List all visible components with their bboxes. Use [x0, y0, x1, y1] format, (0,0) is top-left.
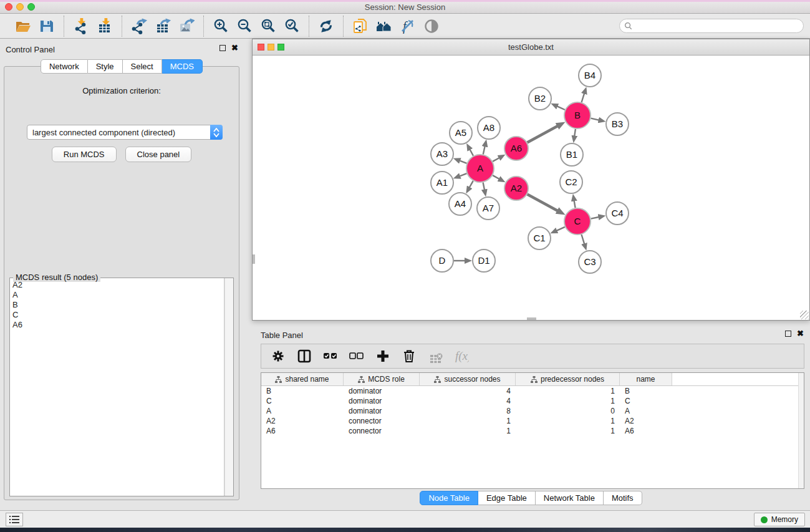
open-session-icon[interactable]	[14, 17, 32, 36]
edge-A-A1[interactable]	[459, 173, 466, 177]
edge-A-A3[interactable]	[459, 160, 466, 163]
export-image-icon[interactable]	[177, 17, 196, 36]
node-C3[interactable]: C3	[579, 251, 601, 273]
node-B3[interactable]: B3	[606, 113, 629, 135]
node-C2[interactable]: C2	[560, 171, 582, 193]
node-A8[interactable]: A8	[478, 117, 500, 139]
tab-mcds[interactable]: MCDS	[162, 59, 203, 74]
node-B[interactable]: B	[564, 102, 591, 128]
criterion-dropdown[interactable]: largest connected component (directed)	[27, 125, 223, 140]
edge-A6-B[interactable]	[528, 126, 559, 143]
tab-edge-table[interactable]: Edge Table	[478, 491, 536, 505]
hide-graphics-details-icon[interactable]: f	[398, 17, 417, 36]
edge-B-B1[interactable]	[574, 129, 576, 137]
tab-select[interactable]: Select	[123, 59, 162, 74]
column-header-MCDS-role[interactable]: MCDS role	[344, 373, 420, 385]
edge-B-B2[interactable]	[556, 106, 565, 110]
edge-A-A5[interactable]	[470, 149, 473, 156]
task-history-button[interactable]	[6, 513, 23, 526]
export-table-icon[interactable]	[153, 17, 172, 36]
table-row[interactable]: A6connector11A6	[261, 426, 804, 436]
column-header-shared-name[interactable]: shared name	[261, 373, 344, 385]
node-C[interactable]: C	[564, 208, 591, 235]
network-close-button[interactable]	[258, 44, 264, 51]
columns-icon[interactable]	[296, 347, 312, 365]
close-table-panel-icon[interactable]: ✖	[797, 331, 804, 337]
node-D1[interactable]: D1	[473, 249, 495, 272]
delete-table-icon[interactable]	[427, 347, 443, 365]
close-panel-button[interactable]: Close panel	[125, 147, 192, 162]
search-input[interactable]	[619, 19, 804, 33]
mcds-result-list[interactable]: A2ABCA6	[10, 278, 224, 496]
edge-C-C1[interactable]	[556, 227, 565, 231]
node-A4[interactable]: A4	[449, 193, 471, 215]
table-row[interactable]: Cdominator41C	[261, 396, 804, 406]
table-row[interactable]: Adominator80A	[261, 406, 804, 416]
node-C4[interactable]: C4	[606, 202, 629, 225]
toggle-visibility-icon[interactable]	[422, 17, 441, 36]
tab-network[interactable]: Network	[41, 59, 88, 74]
network-zoom-button[interactable]	[277, 44, 284, 51]
node-A1[interactable]: A1	[431, 172, 453, 194]
vertical-scrollbar-thumb[interactable]	[253, 254, 255, 264]
edge-B-B4[interactable]	[582, 93, 585, 102]
mcds-result-item[interactable]: B	[12, 300, 224, 310]
node-C1[interactable]: C1	[528, 227, 551, 249]
select-all-checkboxes-icon[interactable]	[322, 347, 339, 365]
table-row[interactable]: A2connector11A2	[261, 416, 804, 426]
edge-A-A6[interactable]	[493, 158, 500, 162]
refresh-layout-icon[interactable]	[317, 17, 335, 36]
home-view-icon[interactable]	[375, 17, 393, 36]
node-D[interactable]: D	[431, 249, 453, 272]
add-column-icon[interactable]	[375, 347, 391, 365]
node-A2[interactable]: A2	[504, 177, 528, 200]
gear-icon[interactable]	[270, 347, 286, 365]
tab-node-table[interactable]: Node Table	[420, 491, 478, 505]
edge-A-A8[interactable]	[483, 145, 485, 154]
zoom-out-icon[interactable]	[235, 17, 254, 36]
edge-A-A4[interactable]	[469, 181, 473, 188]
edge-A-A7[interactable]	[483, 183, 485, 191]
node-B2[interactable]: B2	[529, 87, 551, 110]
result-scrollbar[interactable]	[224, 278, 233, 496]
node-B1[interactable]: B1	[561, 143, 583, 166]
function-builder-icon[interactable]: f(x)	[453, 347, 470, 365]
table-scrollbar[interactable]	[798, 373, 804, 488]
edge-A-A2[interactable]	[493, 175, 500, 179]
duplicate-network-icon[interactable]	[351, 17, 370, 36]
mcds-result-item[interactable]: C	[12, 310, 224, 320]
zoom-in-icon[interactable]	[211, 17, 230, 36]
save-session-icon[interactable]	[37, 17, 56, 36]
edge-A2-C[interactable]	[528, 195, 559, 211]
export-network-icon[interactable]	[130, 17, 148, 36]
run-mcds-button[interactable]: Run MCDS	[52, 147, 117, 162]
column-header-successor-nodes[interactable]: successor nodes	[420, 373, 516, 385]
node-A7[interactable]: A7	[477, 197, 499, 220]
close-panel-icon[interactable]: ✖	[231, 45, 238, 51]
node-B4[interactable]: B4	[579, 64, 601, 87]
import-network-icon[interactable]	[72, 17, 90, 36]
mcds-result-item[interactable]: A6	[12, 320, 224, 330]
node-A[interactable]: A	[466, 155, 494, 182]
mcds-result-item[interactable]: A	[12, 290, 224, 300]
node-A3[interactable]: A3	[431, 143, 453, 165]
node-A6[interactable]: A6	[504, 137, 528, 160]
horizontal-scrollbar-thumb[interactable]	[527, 317, 536, 320]
table-row[interactable]: Bdominator41B	[261, 386, 804, 396]
tab-network-table[interactable]: Network Table	[536, 491, 604, 505]
float-panel-icon[interactable]	[219, 45, 226, 51]
zoom-selected-icon[interactable]	[282, 17, 301, 36]
edge-C-C4[interactable]	[591, 217, 600, 219]
tab-style[interactable]: Style	[88, 59, 123, 74]
import-table-icon[interactable]	[95, 17, 114, 36]
resize-grip[interactable]	[800, 311, 809, 319]
edge-C-C2[interactable]	[574, 200, 576, 208]
delete-column-icon[interactable]	[401, 347, 417, 365]
column-header-predecessor-nodes[interactable]: predecessor nodes	[516, 373, 620, 385]
network-minimize-button[interactable]	[268, 44, 274, 51]
network-canvas[interactable]: A A1 A2 A3 A4 A5 A6 A7 A8 B B1 B2 B3 B4 …	[253, 56, 809, 320]
zoom-fit-icon[interactable]	[259, 17, 277, 36]
float-table-panel-icon[interactable]	[785, 331, 791, 337]
node-A5[interactable]: A5	[450, 122, 472, 144]
memory-button[interactable]: Memory	[754, 513, 805, 526]
